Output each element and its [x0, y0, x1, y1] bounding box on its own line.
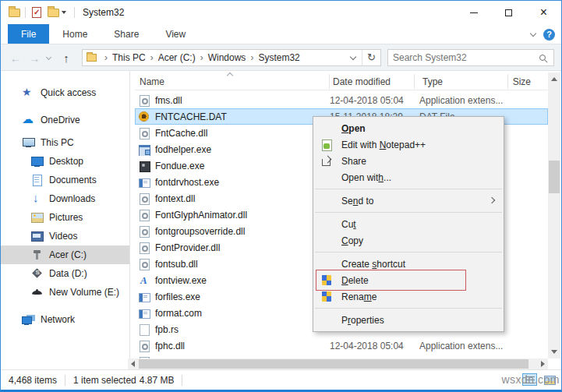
sidebar-item-documents[interactable]: Documents — [1, 171, 129, 189]
videos-icon — [30, 230, 44, 242]
context-menu-separator — [315, 308, 502, 309]
explorer-window: System32 × File Home Share View ← → ↑ › … — [0, 0, 562, 392]
quick-access-toolbar-dropdown-icon[interactable] — [62, 11, 66, 14]
dll-file-icon — [138, 340, 150, 352]
sidebar-item-new-volume-e[interactable]: New Volume (E:) — [1, 283, 129, 302]
sidebar-item-data-d[interactable]: Data (D:) — [1, 264, 129, 283]
divider — [25, 7, 26, 18]
search-input[interactable] — [388, 52, 539, 63]
context-menu-item-rename[interactable]: Rename — [313, 288, 504, 305]
dll-file-icon — [138, 209, 150, 221]
console-file-icon — [138, 307, 150, 320]
breadcrumb-windows[interactable]: Windows — [207, 52, 248, 63]
drive-c-icon — [30, 249, 44, 261]
up-button[interactable]: ↑ — [57, 44, 76, 71]
file-row-fphc-dll[interactable]: fphc.dll 12-04-2018 05:04 Application ex… — [135, 337, 548, 354]
tab-share[interactable]: Share — [101, 24, 152, 44]
selection-count: 1 item selected — [65, 375, 140, 386]
tab-file[interactable]: File — [8, 24, 49, 44]
context-menu-item-share[interactable]: Share — [313, 153, 504, 169]
file-row-fms-dll[interactable]: fms.dll 12-04-2018 05:04 Application ext… — [135, 92, 548, 108]
close-button[interactable]: × — [526, 1, 561, 24]
sidebar-item-network[interactable]: Network — [1, 310, 129, 329]
scroll-down-icon[interactable] — [551, 350, 557, 354]
back-button[interactable]: ← — [5, 44, 26, 71]
dll-file-icon — [138, 242, 150, 254]
app-file-icon — [138, 143, 150, 156]
maximize-button[interactable] — [491, 1, 526, 24]
dll-file-icon — [138, 192, 150, 205]
search-icon[interactable] — [539, 55, 546, 61]
quick-access-properties-icon[interactable] — [32, 7, 41, 18]
sidebar-item-onedrive[interactable]: OneDrive — [1, 111, 129, 129]
column-header-date-modified[interactable]: Date modified — [333, 76, 391, 87]
quick-access-folder-icon[interactable] — [48, 9, 59, 17]
watermark: wsxdn.com — [501, 373, 560, 386]
breadcrumb-acer-c[interactable]: Acer (C:) — [157, 52, 197, 63]
scroll-right-icon[interactable] — [541, 361, 545, 367]
context-menu-item-open-with[interactable]: Open with... — [313, 169, 504, 185]
breadcrumb-system32[interactable]: System32 — [256, 52, 301, 63]
address-dropdown-icon[interactable] — [350, 54, 356, 60]
sidebar-item-this-pc[interactable]: This PC — [1, 133, 129, 152]
status-bar: 4,468 items 1 item selected 4.87 MB — [1, 369, 561, 390]
sidebar-item-downloads[interactable]: Downloads — [1, 189, 129, 208]
context-menu-item-edit-with-notepad[interactable]: Edit with Notepad++ — [313, 136, 504, 153]
navigation-pane: Quick access OneDrive This PC Desktop Do… — [1, 71, 130, 369]
sidebar-item-acer-c[interactable]: Acer (C:) — [1, 245, 129, 264]
tab-home[interactable]: Home — [49, 24, 101, 44]
pictures-icon — [30, 211, 44, 224]
ribbon-collapse-icon[interactable] — [530, 30, 536, 36]
sort-ascending-icon — [227, 72, 233, 79]
breadcrumb-separator: › — [197, 52, 207, 63]
disc-file-icon — [138, 160, 150, 172]
vertical-scrollbar-thumb[interactable] — [549, 161, 560, 193]
horizontal-scrollbar-thumb[interactable] — [139, 359, 528, 369]
address-bar[interactable]: › This PC › Acer (C:) › Windows › System… — [82, 49, 381, 66]
dll-file-icon — [138, 258, 150, 270]
context-menu-separator — [315, 212, 502, 213]
horizontal-scrollbar[interactable] — [128, 358, 548, 369]
forward-button[interactable]: → — [26, 44, 43, 71]
window-controls: × — [456, 1, 561, 24]
breadcrumb-this-pc[interactable]: This PC — [111, 52, 147, 63]
notepadpp-icon — [320, 139, 333, 151]
context-menu-item-open[interactable]: Open — [313, 120, 504, 136]
help-icon[interactable] — [543, 29, 555, 41]
sidebar-item-pictures[interactable]: Pictures — [1, 208, 129, 227]
vertical-scrollbar[interactable] — [548, 72, 560, 358]
sidebar-item-videos[interactable]: Videos — [1, 227, 129, 245]
scroll-left-icon[interactable] — [131, 361, 135, 367]
context-menu-item-copy[interactable]: Copy — [313, 232, 504, 249]
search-box[interactable] — [387, 49, 554, 66]
context-menu-item-cut[interactable]: Cut — [313, 216, 504, 232]
items-count: 4,468 items — [1, 375, 65, 386]
divider — [74, 7, 75, 18]
sidebar-item-desktop[interactable]: Desktop — [1, 152, 129, 171]
dll-file-icon — [138, 94, 150, 107]
sidebar-item-quick-access[interactable]: Quick access — [1, 83, 129, 102]
tab-view[interactable]: View — [152, 24, 199, 44]
context-menu-item-delete[interactable]: Delete — [313, 272, 504, 288]
column-headers: Name Date modified Type Size — [135, 72, 548, 90]
column-header-type[interactable]: Type — [422, 76, 443, 87]
context-menu-item-properties[interactable]: Properties — [313, 312, 504, 328]
share-icon — [320, 155, 333, 168]
pc-icon — [22, 136, 36, 149]
breadcrumb-folder-icon — [87, 54, 97, 62]
context-menu-item-send-to[interactable]: Send to — [313, 192, 504, 209]
column-header-size[interactable]: Size — [511, 76, 531, 87]
fontview-file-icon — [138, 274, 150, 287]
recent-locations-dropdown-icon[interactable] — [43, 44, 54, 71]
column-header-name[interactable]: Name — [140, 76, 164, 87]
minimize-button[interactable] — [456, 1, 491, 24]
window-title: System32 — [83, 7, 124, 18]
drive-e-icon — [30, 286, 44, 298]
scroll-up-icon[interactable] — [551, 77, 557, 81]
breadcrumb-separator: › — [247, 52, 256, 63]
refresh-icon[interactable] — [362, 50, 380, 65]
context-menu-separator — [315, 189, 502, 189]
selection-size: 4.87 MB — [140, 375, 182, 386]
ribbon-tabs: File Home Share View — [1, 24, 561, 44]
console-file-icon — [138, 291, 150, 303]
